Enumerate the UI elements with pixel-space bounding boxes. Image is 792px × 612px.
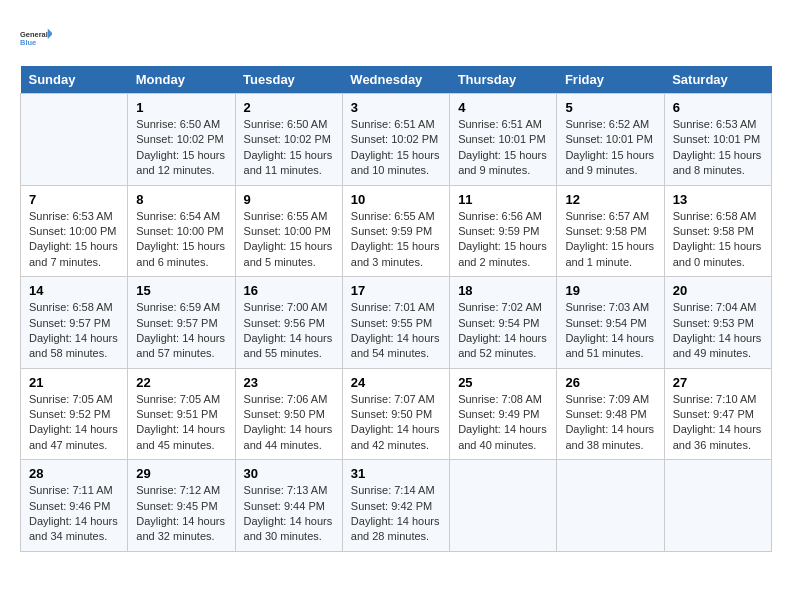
day-number: 24 [351,375,441,390]
calendar-cell: 13Sunrise: 6:58 AM Sunset: 9:58 PM Dayli… [664,185,771,277]
weekday-header-thursday: Thursday [450,66,557,94]
calendar-cell: 21Sunrise: 7:05 AM Sunset: 9:52 PM Dayli… [21,368,128,460]
calendar-cell: 10Sunrise: 6:55 AM Sunset: 9:59 PM Dayli… [342,185,449,277]
calendar-cell: 18Sunrise: 7:02 AM Sunset: 9:54 PM Dayli… [450,277,557,369]
calendar-cell: 31Sunrise: 7:14 AM Sunset: 9:42 PM Dayli… [342,460,449,552]
calendar-cell [664,460,771,552]
day-info: Sunrise: 7:07 AM Sunset: 9:50 PM Dayligh… [351,392,441,454]
calendar-cell [450,460,557,552]
weekday-header-monday: Monday [128,66,235,94]
calendar-cell: 29Sunrise: 7:12 AM Sunset: 9:45 PM Dayli… [128,460,235,552]
day-number: 22 [136,375,226,390]
day-number: 30 [244,466,334,481]
day-number: 6 [673,100,763,115]
day-number: 26 [565,375,655,390]
calendar-cell: 5Sunrise: 6:52 AM Sunset: 10:01 PM Dayli… [557,94,664,186]
calendar-cell: 7Sunrise: 6:53 AM Sunset: 10:00 PM Dayli… [21,185,128,277]
day-number: 29 [136,466,226,481]
weekday-header-sunday: Sunday [21,66,128,94]
day-number: 12 [565,192,655,207]
day-info: Sunrise: 6:55 AM Sunset: 9:59 PM Dayligh… [351,209,441,271]
calendar-cell [557,460,664,552]
day-info: Sunrise: 6:51 AM Sunset: 10:02 PM Daylig… [351,117,441,179]
day-number: 19 [565,283,655,298]
svg-text:General: General [20,30,48,39]
day-info: Sunrise: 6:55 AM Sunset: 10:00 PM Daylig… [244,209,334,271]
calendar-cell: 26Sunrise: 7:09 AM Sunset: 9:48 PM Dayli… [557,368,664,460]
day-number: 7 [29,192,119,207]
calendar-cell: 2Sunrise: 6:50 AM Sunset: 10:02 PM Dayli… [235,94,342,186]
day-number: 10 [351,192,441,207]
calendar-cell: 27Sunrise: 7:10 AM Sunset: 9:47 PM Dayli… [664,368,771,460]
calendar-week-row: 28Sunrise: 7:11 AM Sunset: 9:46 PM Dayli… [21,460,772,552]
day-info: Sunrise: 6:54 AM Sunset: 10:00 PM Daylig… [136,209,226,271]
calendar-cell: 28Sunrise: 7:11 AM Sunset: 9:46 PM Dayli… [21,460,128,552]
page-header: General Blue [20,20,772,56]
calendar-cell: 3Sunrise: 6:51 AM Sunset: 10:02 PM Dayli… [342,94,449,186]
calendar-cell: 8Sunrise: 6:54 AM Sunset: 10:00 PM Dayli… [128,185,235,277]
day-number: 31 [351,466,441,481]
day-number: 18 [458,283,548,298]
day-number: 13 [673,192,763,207]
day-number: 25 [458,375,548,390]
calendar-cell: 9Sunrise: 6:55 AM Sunset: 10:00 PM Dayli… [235,185,342,277]
calendar-cell: 14Sunrise: 6:58 AM Sunset: 9:57 PM Dayli… [21,277,128,369]
calendar-cell: 17Sunrise: 7:01 AM Sunset: 9:55 PM Dayli… [342,277,449,369]
calendar-cell: 12Sunrise: 6:57 AM Sunset: 9:58 PM Dayli… [557,185,664,277]
day-number: 21 [29,375,119,390]
day-info: Sunrise: 7:14 AM Sunset: 9:42 PM Dayligh… [351,483,441,545]
day-number: 17 [351,283,441,298]
calendar-cell: 16Sunrise: 7:00 AM Sunset: 9:56 PM Dayli… [235,277,342,369]
day-number: 15 [136,283,226,298]
calendar-week-row: 7Sunrise: 6:53 AM Sunset: 10:00 PM Dayli… [21,185,772,277]
weekday-header-friday: Friday [557,66,664,94]
day-number: 28 [29,466,119,481]
day-number: 9 [244,192,334,207]
calendar-cell: 15Sunrise: 6:59 AM Sunset: 9:57 PM Dayli… [128,277,235,369]
day-info: Sunrise: 7:09 AM Sunset: 9:48 PM Dayligh… [565,392,655,454]
day-info: Sunrise: 6:52 AM Sunset: 10:01 PM Daylig… [565,117,655,179]
day-number: 23 [244,375,334,390]
calendar-cell: 6Sunrise: 6:53 AM Sunset: 10:01 PM Dayli… [664,94,771,186]
day-info: Sunrise: 6:59 AM Sunset: 9:57 PM Dayligh… [136,300,226,362]
day-number: 8 [136,192,226,207]
weekday-header-tuesday: Tuesday [235,66,342,94]
day-info: Sunrise: 6:50 AM Sunset: 10:02 PM Daylig… [244,117,334,179]
calendar-cell: 4Sunrise: 6:51 AM Sunset: 10:01 PM Dayli… [450,94,557,186]
day-number: 16 [244,283,334,298]
day-info: Sunrise: 6:53 AM Sunset: 10:01 PM Daylig… [673,117,763,179]
day-info: Sunrise: 7:05 AM Sunset: 9:52 PM Dayligh… [29,392,119,454]
calendar-week-row: 14Sunrise: 6:58 AM Sunset: 9:57 PM Dayli… [21,277,772,369]
day-info: Sunrise: 6:50 AM Sunset: 10:02 PM Daylig… [136,117,226,179]
day-info: Sunrise: 6:56 AM Sunset: 9:59 PM Dayligh… [458,209,548,271]
calendar-cell: 22Sunrise: 7:05 AM Sunset: 9:51 PM Dayli… [128,368,235,460]
calendar-cell: 19Sunrise: 7:03 AM Sunset: 9:54 PM Dayli… [557,277,664,369]
day-info: Sunrise: 7:13 AM Sunset: 9:44 PM Dayligh… [244,483,334,545]
calendar-week-row: 1Sunrise: 6:50 AM Sunset: 10:02 PM Dayli… [21,94,772,186]
calendar-cell: 23Sunrise: 7:06 AM Sunset: 9:50 PM Dayli… [235,368,342,460]
calendar-cell: 24Sunrise: 7:07 AM Sunset: 9:50 PM Dayli… [342,368,449,460]
weekday-header-wednesday: Wednesday [342,66,449,94]
day-info: Sunrise: 7:08 AM Sunset: 9:49 PM Dayligh… [458,392,548,454]
day-info: Sunrise: 6:51 AM Sunset: 10:01 PM Daylig… [458,117,548,179]
calendar-cell: 11Sunrise: 6:56 AM Sunset: 9:59 PM Dayli… [450,185,557,277]
day-info: Sunrise: 6:53 AM Sunset: 10:00 PM Daylig… [29,209,119,271]
day-number: 14 [29,283,119,298]
day-number: 20 [673,283,763,298]
day-info: Sunrise: 7:06 AM Sunset: 9:50 PM Dayligh… [244,392,334,454]
day-number: 27 [673,375,763,390]
day-number: 1 [136,100,226,115]
day-info: Sunrise: 7:00 AM Sunset: 9:56 PM Dayligh… [244,300,334,362]
svg-text:Blue: Blue [20,38,36,47]
weekday-header-saturday: Saturday [664,66,771,94]
svg-marker-2 [48,28,52,39]
calendar-cell [21,94,128,186]
day-info: Sunrise: 7:11 AM Sunset: 9:46 PM Dayligh… [29,483,119,545]
day-info: Sunrise: 6:58 AM Sunset: 9:57 PM Dayligh… [29,300,119,362]
day-number: 11 [458,192,548,207]
day-info: Sunrise: 6:58 AM Sunset: 9:58 PM Dayligh… [673,209,763,271]
logo-icon: General Blue [20,20,52,56]
calendar-cell: 30Sunrise: 7:13 AM Sunset: 9:44 PM Dayli… [235,460,342,552]
day-number: 4 [458,100,548,115]
day-info: Sunrise: 7:10 AM Sunset: 9:47 PM Dayligh… [673,392,763,454]
